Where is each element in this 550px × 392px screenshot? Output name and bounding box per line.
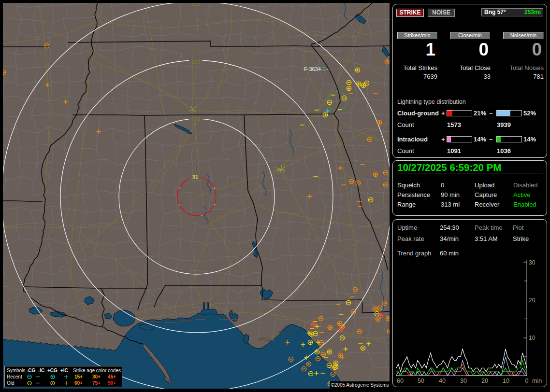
svg-text:10: 10	[503, 378, 509, 384]
svg-text:90+: 90+	[108, 380, 116, 386]
svg-text:10: 10	[529, 335, 536, 341]
svg-text:15+: 15+	[74, 374, 83, 379]
svg-text:219: 219	[191, 59, 200, 65]
svg-text:min: min	[532, 378, 542, 384]
svg-text:Symbols: Symbols	[7, 368, 25, 373]
svg-text:20: 20	[481, 378, 488, 384]
svg-text:Strike age color codes: Strike age color codes	[73, 368, 121, 373]
svg-text:20: 20	[529, 297, 536, 304]
svg-text:31: 31	[192, 174, 198, 180]
svg-text:0: 0	[525, 378, 529, 384]
svg-text:Old: Old	[7, 380, 14, 386]
svg-text:-IC: -IC	[38, 368, 44, 373]
svg-text:125: 125	[191, 116, 200, 122]
svg-text:-CG: -CG	[27, 368, 36, 373]
svg-text:+CG: +CG	[47, 368, 58, 373]
svg-text:45+: 45+	[108, 374, 116, 379]
svg-text:Recent: Recent	[7, 374, 22, 379]
svg-text:60+: 60+	[74, 380, 83, 386]
svg-text:30: 30	[460, 378, 467, 384]
svg-text:50: 50	[418, 378, 424, 384]
svg-text:60: 60	[397, 378, 404, 384]
svg-text:F-3634-1−: F-3634-1−	[304, 66, 329, 72]
svg-text:75+: 75+	[92, 380, 101, 386]
svg-text:30+: 30+	[92, 374, 101, 379]
svg-text:40: 40	[439, 378, 446, 384]
svg-text:+IC: +IC	[60, 368, 68, 373]
svg-text:30: 30	[529, 259, 536, 266]
svg-text:313: 313	[191, 3, 200, 7]
